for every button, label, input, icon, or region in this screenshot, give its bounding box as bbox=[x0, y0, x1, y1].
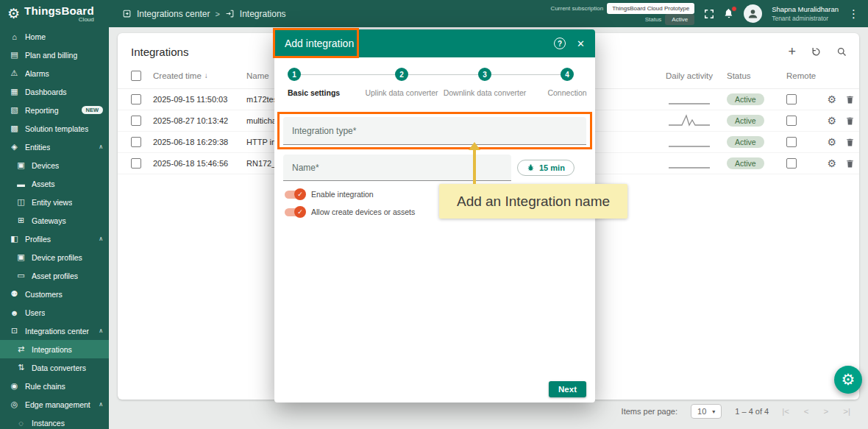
sidebar-item-dashboards[interactable]: ▦ Dashboards bbox=[0, 82, 109, 101]
search-icon[interactable] bbox=[836, 46, 847, 57]
row-checkbox[interactable] bbox=[131, 137, 141, 147]
support-fab[interactable]: ⚙ bbox=[834, 366, 862, 394]
daily-activity-sparkline bbox=[657, 93, 727, 106]
avatar[interactable] bbox=[744, 4, 762, 23]
dialog-header: Add integration ? ✕ bbox=[274, 29, 595, 57]
user-info[interactable]: Shapna Muralidharan Tenant administrator bbox=[772, 5, 839, 23]
sidebar-group-edge-management[interactable]: ◎ Edge management ∧ bbox=[0, 395, 109, 414]
devices-icon: ▣ bbox=[15, 160, 26, 170]
integration-name-field[interactable]: Name* bbox=[283, 155, 511, 181]
step-4-indicator[interactable]: 4 bbox=[561, 68, 574, 81]
sidebar-item-plan-and-billing[interactable]: ▤ Plan and billing bbox=[0, 46, 109, 64]
subscription-status-label: Status bbox=[645, 15, 662, 24]
sidebar-item-alarms[interactable]: ⚠ Alarms bbox=[0, 64, 109, 82]
next-page-icon[interactable]: > bbox=[824, 407, 829, 416]
sidebar-item-rule-chains[interactable]: ◉ Rule chains bbox=[0, 377, 109, 395]
sidebar-item-asset-profiles[interactable]: ▭ Asset profiles bbox=[0, 266, 109, 285]
rule-chains-icon: ◉ bbox=[9, 381, 20, 391]
sidebar-item-data-converters[interactable]: ⇅ Data converters bbox=[0, 358, 109, 377]
cell-created-time: 2025-08-27 10:13:42 bbox=[153, 116, 246, 125]
manage-integration-icon[interactable]: ⚙ bbox=[827, 94, 836, 104]
delete-icon[interactable] bbox=[845, 138, 855, 147]
profiles-icon: ◧ bbox=[9, 234, 20, 244]
add-integration-icon[interactable]: + bbox=[788, 45, 796, 58]
manage-integration-icon[interactable]: ⚙ bbox=[827, 116, 836, 126]
allow-create-toggle[interactable]: ✓ Allow create devices or assets bbox=[285, 208, 415, 216]
sidebar-item-customers[interactable]: ⚉ Customers bbox=[0, 285, 109, 303]
step-2-label: Uplink data converter bbox=[365, 88, 438, 97]
subscription-info: Current subscription ThingsBoard Cloud P… bbox=[551, 3, 695, 25]
delete-icon[interactable] bbox=[845, 116, 855, 126]
sidebar-item-entity-views[interactable]: ◫ Entity views bbox=[0, 193, 109, 211]
sidebar-group-profiles[interactable]: ◧ Profiles ∧ bbox=[0, 230, 109, 248]
step-3-label: Downlink data converter bbox=[444, 88, 527, 97]
integration-input-icon bbox=[225, 9, 235, 18]
close-icon[interactable]: ✕ bbox=[577, 38, 585, 49]
sidebar-group-entities[interactable]: ◈ Entities ∧ bbox=[0, 138, 109, 156]
items-per-page-select[interactable]: 10 ▾ bbox=[691, 404, 722, 419]
breadcrumb-parent[interactable]: Integrations center bbox=[137, 9, 210, 19]
chevron-down-icon: ▾ bbox=[712, 408, 715, 415]
sidebar-item-users[interactable]: ☻ Users bbox=[0, 303, 109, 322]
remote-checkbox[interactable] bbox=[786, 158, 797, 169]
sidebar-item-reporting[interactable]: ▧ Reporting NEW bbox=[0, 101, 109, 119]
remote-checkbox[interactable] bbox=[786, 94, 797, 104]
prev-page-icon[interactable]: < bbox=[804, 407, 809, 416]
step-1-indicator[interactable]: 1 bbox=[288, 68, 301, 81]
toggle-check-icon: ✓ bbox=[294, 188, 306, 200]
page-title: Integrations bbox=[131, 46, 188, 58]
refresh-icon[interactable] bbox=[811, 46, 822, 57]
chevron-up-icon: ∧ bbox=[99, 401, 103, 408]
sidebar-item-assets[interactable]: ▬ Assets bbox=[0, 174, 109, 193]
sidebar-item-solution-templates[interactable]: ▩ Solution templates bbox=[0, 119, 109, 138]
sidebar-group-integrations-center[interactable]: ⊡ Integrations center ∧ bbox=[0, 322, 109, 340]
home-icon: ⌂ bbox=[9, 32, 20, 41]
row-checkbox[interactable] bbox=[131, 158, 141, 169]
delete-icon[interactable] bbox=[845, 95, 855, 104]
row-checkbox[interactable] bbox=[131, 116, 141, 126]
notifications-bell-icon[interactable] bbox=[724, 8, 734, 19]
integration-type-field[interactable]: Integration type* bbox=[283, 117, 586, 145]
toggle-label: Allow create devices or assets bbox=[311, 208, 415, 216]
page-range-label: 1 – 4 of 4 bbox=[735, 407, 769, 416]
delete-icon[interactable] bbox=[845, 159, 855, 169]
remote-checkbox[interactable] bbox=[786, 137, 797, 147]
next-button[interactable]: Next bbox=[549, 381, 586, 397]
sidebar-item-gateways[interactable]: ⊞ Gateways bbox=[0, 211, 109, 230]
sidebar-item-home[interactable]: ⌂ Home bbox=[0, 27, 109, 46]
customers-icon: ⚉ bbox=[9, 289, 20, 299]
first-page-icon[interactable]: |< bbox=[782, 407, 789, 416]
chevron-up-icon: ∧ bbox=[99, 235, 103, 242]
subscription-plan-chip[interactable]: ThingsBoard Cloud Prototype bbox=[607, 3, 694, 14]
row-checkbox[interactable] bbox=[131, 94, 141, 104]
more-menu-icon[interactable]: ⋮ bbox=[848, 7, 859, 21]
last-page-icon[interactable]: >| bbox=[843, 407, 850, 416]
wizard-stepper: 1 2 3 4 Basic settings Uplink data conve… bbox=[274, 65, 595, 116]
remote-checkbox[interactable] bbox=[786, 116, 797, 126]
step-2-indicator[interactable]: 2 bbox=[395, 68, 408, 81]
enable-integration-toggle[interactable]: ✓ Enable integration bbox=[285, 190, 374, 199]
items-per-page-label: Items per page: bbox=[622, 407, 677, 416]
instances-icon: ◌ bbox=[15, 419, 26, 428]
help-icon[interactable]: ? bbox=[554, 38, 566, 49]
step-4-label: Connection bbox=[547, 88, 586, 97]
manage-integration-icon[interactable]: ⚙ bbox=[827, 158, 836, 169]
toggle-on-switch[interactable]: ✓ bbox=[285, 208, 305, 216]
sidebar-item-devices[interactable]: ▣ Devices bbox=[0, 156, 109, 174]
breadcrumb-current[interactable]: Integrations bbox=[240, 9, 286, 19]
sidebar-item-device-profiles[interactable]: ▣ Device profiles bbox=[0, 248, 109, 266]
toggle-on-switch[interactable]: ✓ bbox=[285, 191, 305, 199]
select-all-checkbox[interactable] bbox=[131, 71, 141, 81]
sidebar-item-integrations[interactable]: ⇄ Integrations bbox=[0, 340, 109, 358]
column-created-time[interactable]: Created time ↓ bbox=[153, 71, 246, 80]
status-badge: Active bbox=[727, 136, 764, 148]
chevron-up-icon: ∧ bbox=[99, 143, 103, 150]
fullscreen-icon[interactable] bbox=[704, 9, 714, 19]
chevron-up-icon: ∧ bbox=[99, 327, 103, 334]
step-3-indicator[interactable]: 3 bbox=[478, 68, 491, 81]
manage-integration-icon[interactable]: ⚙ bbox=[827, 137, 836, 147]
templates-icon: ▩ bbox=[9, 124, 20, 133]
sidebar-item-instances[interactable]: ◌ Instances bbox=[0, 414, 109, 429]
thingsboard-logo[interactable]: ⚙ ThingsBoard Cloud bbox=[0, 5, 109, 23]
debug-duration-chip[interactable]: 15 min bbox=[517, 160, 574, 176]
